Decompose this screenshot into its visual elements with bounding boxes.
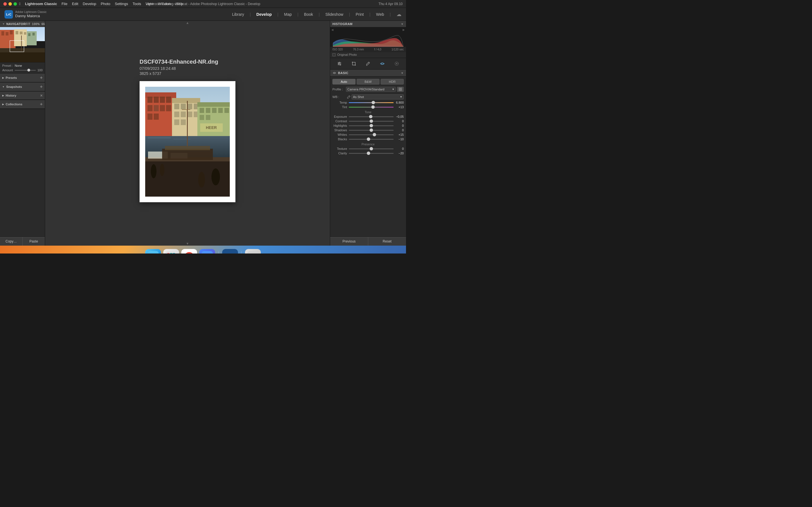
- nav-book[interactable]: Book: [304, 12, 313, 17]
- panel-toggle-top[interactable]: ▲: [186, 21, 189, 25]
- cloud-sync-icon[interactable]: ☁: [396, 11, 402, 17]
- zoom-fit[interactable]: FIT: [26, 22, 31, 25]
- left-panel: ▼ Navigator FIT 100% 66.7%: [0, 21, 45, 245]
- maximize-button[interactable]: [13, 2, 17, 6]
- blacks-slider[interactable]: [349, 139, 394, 140]
- svg-rect-14: [0, 52, 45, 62]
- texture-thumb: [370, 147, 373, 151]
- visibility-icon[interactable]: [333, 71, 336, 75]
- highlights-label: Highlights: [333, 124, 349, 127]
- dock-finder[interactable]: [145, 249, 161, 253]
- app-user: Danny Maiorca: [15, 14, 47, 18]
- svg-rect-21: [160, 97, 165, 103]
- bw-mode-button[interactable]: B&W: [357, 79, 380, 84]
- clarity-slider[interactable]: [349, 153, 394, 154]
- paste-button[interactable]: Paste: [22, 237, 45, 245]
- red-eye-tool[interactable]: [378, 60, 386, 68]
- snapshots-triangle: ▼: [2, 86, 4, 88]
- nav-map[interactable]: Map: [284, 12, 292, 17]
- hdr-mode-button[interactable]: HDR: [380, 79, 404, 84]
- texture-value: 0: [394, 147, 404, 151]
- amount-slider[interactable]: [15, 70, 36, 71]
- nav-print[interactable]: Print: [356, 12, 364, 17]
- exposure-slider[interactable]: [349, 116, 394, 117]
- history-header[interactable]: ▶ History ×: [0, 92, 45, 100]
- tint-slider[interactable]: [349, 107, 394, 108]
- basic-collapse[interactable]: ▼: [401, 71, 404, 75]
- svg-rect-27: [147, 114, 153, 120]
- navigator-preview: [0, 27, 45, 62]
- masking-tool[interactable]: [393, 60, 401, 68]
- right-panel-buttons: Previous Reset: [330, 237, 406, 245]
- amount-value: 100: [38, 68, 43, 72]
- svg-rect-49: [206, 115, 210, 120]
- texture-slider[interactable]: [349, 149, 394, 149]
- nav-slideshow[interactable]: Slideshow: [325, 12, 343, 17]
- snapshots-add-button[interactable]: +: [40, 84, 43, 89]
- reset-button[interactable]: Reset: [368, 237, 406, 245]
- navigator-header[interactable]: ▼ Navigator FIT 100% 66.7%: [0, 21, 45, 27]
- presets-label: Presets: [6, 76, 17, 79]
- wb-select[interactable]: As Shot ▼: [352, 94, 404, 100]
- panel-toggle-bottom[interactable]: ▼: [186, 242, 189, 245]
- original-photo-label: Original Photo: [337, 53, 357, 56]
- snapshots-header[interactable]: ▼ Snapshots +: [0, 82, 45, 91]
- histogram-header[interactable]: Histogram ▼: [330, 21, 406, 27]
- develop-menu[interactable]: Develop: [83, 2, 96, 6]
- edit-menu[interactable]: Edit: [72, 2, 78, 6]
- dock-trash[interactable]: [245, 249, 261, 253]
- whites-thumb: [373, 133, 376, 136]
- nav-library[interactable]: Library: [232, 12, 244, 17]
- profile-grid-button[interactable]: [397, 87, 404, 92]
- nav-web[interactable]: Web: [376, 12, 384, 17]
- app-menu[interactable]: Lightroom Classic: [25, 2, 57, 6]
- history-close-button[interactable]: ×: [40, 93, 43, 98]
- collections-add-button[interactable]: +: [40, 102, 43, 107]
- collections-section: ▶ Collections +: [0, 100, 45, 109]
- shadows-slider[interactable]: [349, 130, 394, 131]
- photo-menu[interactable]: Photo: [101, 2, 110, 6]
- nav-develop[interactable]: Develop: [256, 12, 271, 17]
- close-button[interactable]: [3, 2, 7, 6]
- temp-slider[interactable]: [349, 102, 394, 103]
- healing-brush-tool[interactable]: [364, 60, 372, 68]
- highlights-slider[interactable]: [349, 125, 394, 126]
- tools-menu[interactable]: Tools: [133, 2, 141, 6]
- histogram-collapse[interactable]: ▼: [401, 22, 404, 25]
- dock-lrc[interactable]: LrC: [222, 249, 238, 253]
- presets-add-button[interactable]: +: [40, 75, 43, 80]
- auto-mode-button[interactable]: Auto: [333, 79, 356, 84]
- minimize-button[interactable]: [8, 2, 12, 6]
- apple-menu[interactable]: : [19, 2, 20, 6]
- whites-slider[interactable]: [349, 134, 394, 135]
- svg-rect-24: [154, 105, 159, 111]
- basic-adjustments-tool[interactable]: [336, 60, 343, 68]
- contrast-slider[interactable]: [349, 121, 394, 122]
- preset-area: Preset : None Amount 100: [0, 62, 45, 73]
- basic-header[interactable]: Basic ▼: [330, 69, 406, 76]
- dock-launchpad[interactable]: [163, 249, 179, 253]
- blacks-row: Blacks −10: [333, 137, 404, 141]
- profile-select[interactable]: Camera PROVIA/Standard ▼: [346, 87, 396, 92]
- dock-things[interactable]: [199, 249, 215, 253]
- eyedropper-tool[interactable]: [346, 94, 352, 100]
- collections-header[interactable]: ▶ Collections +: [0, 100, 45, 109]
- previous-button[interactable]: Previous: [330, 237, 368, 245]
- amount-slider-thumb: [28, 69, 30, 71]
- svg-rect-78: [399, 88, 400, 89]
- svg-text:HEER: HEER: [206, 125, 217, 130]
- tint-row: Tint +13: [333, 105, 404, 109]
- copy-button[interactable]: Copy…: [0, 237, 22, 245]
- crop-tool[interactable]: [350, 60, 358, 68]
- temp-row: Temp 6.800: [333, 101, 404, 104]
- zoom-100[interactable]: 100%: [32, 22, 40, 25]
- original-photo-checkbox[interactable]: [333, 53, 336, 56]
- brush-icon: [365, 61, 370, 66]
- presets-header[interactable]: ▶ Presets +: [0, 73, 45, 82]
- dock-chrome[interactable]: [181, 249, 197, 253]
- file-menu[interactable]: File: [61, 2, 67, 6]
- settings-menu[interactable]: Settings: [115, 2, 128, 6]
- temp-thumb: [371, 101, 375, 104]
- svg-rect-6: [15, 31, 18, 34]
- window-title: Lightroom Catalog-v13.lrcat - Adobe Phot…: [146, 2, 260, 6]
